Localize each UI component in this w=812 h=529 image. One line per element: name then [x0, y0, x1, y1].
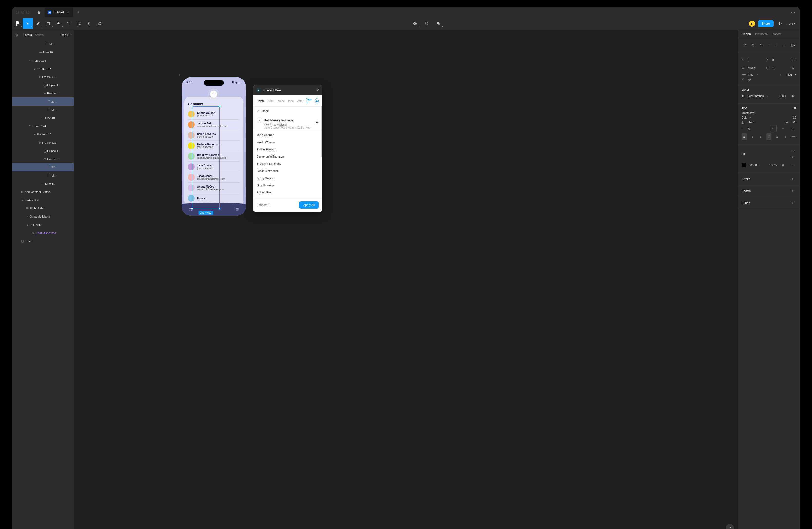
plugin-tab-image[interactable]: Image [277, 99, 285, 102]
canvas[interactable]: 1 9:41 𝗹𝗹𝗹 ◉ ▬ + Contacts Kristin Watson… [74, 30, 738, 529]
font-weight[interactable]: Bold [742, 116, 747, 119]
plugin-scrollbar[interactable] [321, 106, 322, 157]
layer-row[interactable]: TM… [12, 40, 74, 48]
close-traffic-light[interactable] [16, 11, 19, 14]
add-fill-icon[interactable]: + [789, 154, 796, 160]
layer-row[interactable]: ≡Frame 124 [12, 122, 74, 130]
plugin-list-item[interactable]: Leslie Alexander [253, 167, 322, 174]
layer-row[interactable]: ≡Frame 113 [12, 130, 74, 138]
y-input[interactable] [772, 58, 788, 61]
font-family[interactable]: Montserrat [742, 111, 755, 114]
x-input[interactable] [748, 58, 763, 61]
autowidth-icon[interactable]: ↔ [770, 125, 777, 132]
resize-w[interactable]: Hug [748, 73, 753, 76]
new-tab-button[interactable]: + [73, 10, 83, 15]
add-effect-icon[interactable]: + [789, 188, 796, 194]
plugin-list-item[interactable]: Jenny Wilson [253, 174, 322, 182]
align-top-icon[interactable]: ⊤ [766, 42, 772, 48]
plugin-signin[interactable]: Sign In [306, 98, 311, 104]
text-center-icon[interactable]: ≡ [750, 133, 755, 140]
fill-hex[interactable]: 000000 [749, 164, 758, 167]
plugin-list-item[interactable]: Wade Warren [253, 138, 322, 146]
max-traffic-light[interactable] [26, 11, 29, 14]
plugin-list-item[interactable]: Cameron Williamson [253, 153, 322, 160]
plugin-list-item[interactable]: Brooklyn Simmons [253, 160, 322, 167]
file-tab[interactable]: ▣ Untitled × [45, 7, 73, 17]
comment-tool[interactable] [95, 18, 105, 29]
layer-row[interactable]: ⊪Frame 112 [12, 73, 74, 81]
frame-tool[interactable]: ▾ [33, 18, 43, 29]
layer-row[interactable]: ◇_StatusBar-time [12, 229, 74, 237]
layer-row[interactable]: ≡Left Side [12, 221, 74, 229]
plugin-tab-home[interactable]: Home [257, 99, 265, 102]
fill-remove-icon[interactable]: − [789, 162, 796, 168]
layer-row[interactable]: T23… [12, 98, 74, 106]
layer-row[interactable]: ≡Frame 113 [12, 65, 74, 73]
plugin-close-button[interactable]: ✕ [317, 89, 319, 92]
plugin-user-icon[interactable] [315, 98, 319, 103]
user-avatar[interactable]: S [749, 20, 755, 27]
distribute-icon[interactable]: ▥◂ [789, 42, 796, 48]
fill-visibility-icon[interactable]: ◉ [780, 162, 786, 168]
add-stroke-icon[interactable]: + [789, 175, 796, 182]
text-right-icon[interactable]: ≡ [758, 133, 763, 140]
help-button[interactable]: ? [726, 524, 734, 529]
plugin-list-item[interactable]: Esther Howard [253, 146, 322, 153]
layer-row[interactable]: T23… [12, 163, 74, 171]
fill-opacity[interactable]: 100% [769, 164, 777, 167]
layer-row[interactable]: TM… [12, 171, 74, 180]
design-tab[interactable]: Design [742, 32, 751, 35]
plugin-mode-select[interactable]: Random▾ [257, 203, 270, 207]
text-top-icon[interactable]: ↑ [766, 133, 771, 140]
present-button[interactable] [777, 20, 784, 27]
fill-color-swatch[interactable] [742, 163, 746, 167]
text-middle-icon[interactable]: ≡ [774, 133, 780, 140]
layer-row[interactable]: ⊞Add Contact Button [12, 188, 74, 196]
main-menu-button[interactable]: ▾ [12, 18, 23, 29]
text-options-icon[interactable]: ⋯ [791, 133, 796, 140]
plugin-tab-text[interactable]: Text [268, 99, 273, 102]
font-size[interactable]: 15 [793, 116, 796, 119]
pen-tool[interactable]: ▾ [53, 18, 64, 29]
plugin-list-item[interactable]: Robert Fox [253, 189, 322, 196]
home-button[interactable] [33, 11, 45, 14]
layer-row[interactable]: ▢Base [12, 237, 74, 245]
plugin-list-item[interactable]: Jane Cooper [253, 131, 322, 138]
layer-row[interactable]: ≡Frame 123 [12, 56, 74, 65]
layer-row[interactable]: ◯Ellipse 1 [12, 81, 74, 89]
w-input[interactable] [748, 67, 763, 70]
page-selector[interactable]: Page 1▾ [60, 33, 71, 36]
plugin-list-item[interactable]: Jacob Jones [253, 196, 322, 198]
resize-h[interactable]: Hug [787, 73, 792, 76]
prototype-tab[interactable]: Prototype [755, 32, 768, 35]
rotation-input[interactable] [748, 78, 764, 81]
layer-row[interactable]: —Line 18 [12, 48, 74, 56]
autoheight-icon[interactable]: ≡ [780, 125, 786, 132]
apply-all-button[interactable]: Apply All [299, 201, 319, 209]
hand-tool[interactable] [84, 18, 95, 29]
layer-row[interactable]: ◯Ellipse 1 [12, 147, 74, 155]
add-export-icon[interactable]: + [789, 200, 796, 206]
align-bottom-icon[interactable]: ⊥ [781, 42, 788, 48]
boolean-tool[interactable]: ▾ [433, 18, 444, 29]
plugin-tab-add[interactable]: Add [297, 99, 302, 102]
text-left-icon[interactable]: ≡ [742, 133, 747, 140]
move-tool[interactable]: ▾ [23, 18, 33, 29]
frame-label[interactable]: 1 [179, 74, 180, 76]
plugin-header[interactable]: ✦ Content Reel ✕ [253, 85, 322, 95]
visibility-icon[interactable]: ◉ [789, 93, 796, 99]
share-button[interactable]: Share [758, 20, 773, 27]
layer-row[interactable]: —Line 18 [12, 180, 74, 188]
min-traffic-light[interactable] [21, 11, 24, 14]
constrain-icon[interactable]: ⇅ [791, 65, 796, 71]
layer-row[interactable]: ≡Dynamic Island [12, 212, 74, 221]
titlebar-menu[interactable]: ⋯ [791, 10, 800, 15]
plugin-back-button[interactable]: ↩ Back [253, 107, 322, 115]
layer-row[interactable]: #Status Bar [12, 196, 74, 204]
text-styles-icon[interactable]: ⠶ [794, 106, 796, 110]
search-icon[interactable] [15, 33, 19, 37]
text-bottom-icon[interactable]: ↓ [783, 133, 788, 140]
component-tool[interactable]: ▾ [410, 18, 420, 29]
fixed-icon[interactable]: ▢ [789, 125, 796, 132]
para-spacing[interactable]: 0 [748, 127, 750, 130]
